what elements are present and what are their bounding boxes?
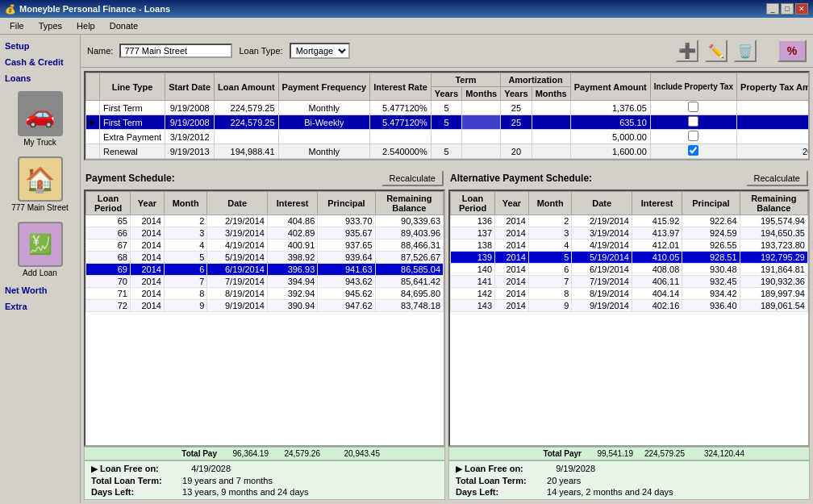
include-tax-checkbox[interactable] bbox=[688, 116, 698, 127]
table-row[interactable]: 70 2014 7 7/19/2014 394.94 943.62 85,641… bbox=[86, 276, 444, 288]
menu-donate[interactable]: Donate bbox=[103, 19, 144, 32]
table-row[interactable]: 71 2014 8 8/19/2014 392.94 945.62 84,695… bbox=[86, 288, 444, 300]
loan-type-select[interactable]: Mortgage Auto Personal bbox=[290, 43, 350, 59]
cell-balance: 86,585.04 bbox=[375, 264, 443, 276]
table-row[interactable]: 66 2014 3 3/19/2014 402.89 935.67 89,403… bbox=[86, 227, 444, 240]
cell-balance: 87,526.67 bbox=[375, 252, 443, 264]
payment-loan-free-row: ▶ Loan Free on: 4/19/2028 bbox=[88, 463, 441, 475]
menu-help[interactable]: Help bbox=[70, 19, 102, 32]
cell-loan-amount: 194,988.41 bbox=[215, 144, 278, 159]
payment-days-left-label: Days Left: bbox=[91, 487, 180, 497]
delete-button[interactable]: 🗑️ bbox=[734, 40, 757, 62]
as-col-principal: Principal bbox=[682, 192, 740, 215]
col-start-date: Start Date bbox=[165, 73, 215, 101]
recalculate-alt-button[interactable]: Recalculate bbox=[746, 170, 808, 186]
recalculate-payment-button[interactable]: Recalculate bbox=[381, 170, 444, 186]
window-title: Moneyble Personal Finance - Loans bbox=[19, 4, 170, 14]
minimize-button[interactable]: _ bbox=[766, 3, 779, 15]
payment-total-term-value: 19 years and 7 months bbox=[182, 476, 273, 485]
cell-year: 2014 bbox=[495, 300, 529, 312]
row-arrow bbox=[86, 144, 100, 159]
cell-period: 69 bbox=[86, 264, 131, 276]
table-row[interactable]: 68 2014 5 5/19/2014 398.92 939.64 87,526… bbox=[86, 252, 444, 264]
cell-month: 6 bbox=[164, 264, 206, 276]
cell-interest: 408.08 bbox=[632, 264, 682, 276]
table-row[interactable]: 143 2014 9 9/19/2014 402.16 936.40 189,0… bbox=[451, 300, 808, 312]
payment-schedule-table-container[interactable]: LoanPeriod Year Month Date Interest Prin… bbox=[84, 190, 445, 447]
cell-year: 2014 bbox=[131, 276, 165, 288]
table-row[interactable]: 138 2014 4 4/19/2014 412.01 926.55 193,7… bbox=[451, 240, 808, 252]
cell-month: 2 bbox=[528, 215, 571, 227]
table-row[interactable]: 139 2014 5 5/19/2014 410.05 928.51 192,7… bbox=[451, 252, 808, 264]
table-row[interactable]: 72 2014 9 9/19/2014 390.94 947.62 83,748… bbox=[86, 300, 444, 312]
sidebar-section-extra[interactable]: Extra bbox=[0, 298, 80, 314]
table-row[interactable]: 140 2014 6 6/19/2014 408.08 930.48 191,8… bbox=[451, 264, 808, 276]
name-input[interactable] bbox=[119, 44, 232, 58]
cell-principal: 937.65 bbox=[318, 240, 375, 252]
cell-interest: 415.92 bbox=[632, 215, 682, 227]
alt-loan-free-row: ▶ Loan Free on: 9/19/2028 bbox=[452, 463, 806, 475]
cell-month: 9 bbox=[528, 300, 571, 312]
main-layout: Setup Cash & Credit Loans 🚗 My Truck 🏠 7… bbox=[0, 35, 813, 503]
cell-include-tax[interactable] bbox=[650, 115, 736, 130]
add-loan-icon: 💹 bbox=[18, 222, 63, 267]
percent-button[interactable]: % bbox=[778, 40, 807, 62]
cell-start-date: 9/19/2013 bbox=[165, 144, 215, 159]
cell-term-years: 5 bbox=[431, 144, 461, 159]
table-row[interactable]: 65 2014 2 2/19/2014 404.86 933.70 90,339… bbox=[86, 215, 444, 227]
table-row[interactable]: 137 2014 3 3/19/2014 413.97 924.59 194,6… bbox=[451, 227, 808, 240]
sidebar-item-house[interactable]: 🏠 777 Main Street bbox=[2, 153, 78, 215]
cell-date: 7/19/2014 bbox=[572, 276, 632, 288]
include-tax-checkbox[interactable] bbox=[688, 102, 698, 112]
edit-button[interactable]: ✏️ bbox=[705, 40, 728, 62]
cell-year: 2014 bbox=[131, 288, 165, 300]
sidebar-section-loans[interactable]: Loans bbox=[0, 70, 80, 86]
payment-totals: Total Pay 96,364.19 24,579.26 20,943.45 bbox=[84, 447, 445, 460]
add-button[interactable]: ➕ bbox=[676, 40, 698, 62]
cell-balance: 192,795.29 bbox=[740, 252, 807, 264]
table-row[interactable]: 69 2014 6 6/19/2014 396.93 941.63 86,585… bbox=[86, 264, 444, 276]
alt-schedule-table-container[interactable]: LoanPeriod Year Month Date Interest Prin… bbox=[448, 190, 810, 447]
cell-include-tax[interactable] bbox=[650, 130, 736, 144]
include-tax-checkbox[interactable] bbox=[688, 131, 698, 141]
cell-term-years bbox=[431, 130, 461, 144]
col-amort-header: Amortization bbox=[501, 73, 570, 87]
sidebar-item-truck[interactable]: 🚗 My Truck bbox=[2, 88, 78, 150]
payment-summary: ▶ Loan Free on: 4/19/2028 Total Loan Ter… bbox=[84, 460, 445, 500]
menu-types[interactable]: Types bbox=[32, 19, 69, 32]
cell-balance: 189,997.94 bbox=[740, 288, 807, 300]
ps-col-month: Month bbox=[164, 192, 206, 215]
cell-line-type: Renewal bbox=[100, 144, 165, 159]
table-row[interactable]: 142 2014 8 8/19/2014 404.14 934.42 189,9… bbox=[451, 288, 808, 300]
include-tax-checkbox[interactable] bbox=[688, 145, 698, 156]
name-label: Name: bbox=[87, 46, 113, 56]
sidebar-section-networth[interactable]: Net Worth bbox=[0, 282, 80, 298]
maximize-button[interactable]: □ bbox=[781, 3, 794, 15]
row-arrow bbox=[86, 130, 100, 144]
cell-year: 2014 bbox=[495, 276, 529, 288]
cell-interest-rate: 2.540000% bbox=[370, 144, 432, 159]
cell-month: 8 bbox=[164, 288, 206, 300]
cell-period: 138 bbox=[451, 240, 495, 252]
sidebar-item-add-loan[interactable]: 💹 Add Loan bbox=[2, 219, 78, 281]
cell-include-tax[interactable] bbox=[650, 144, 736, 159]
sidebar-section-setup[interactable]: Setup bbox=[0, 38, 80, 54]
cell-interest: 394.94 bbox=[267, 276, 317, 288]
cell-balance: 90,339.63 bbox=[375, 215, 443, 227]
table-row[interactable]: 67 2014 4 4/19/2014 400.91 937.65 88,466… bbox=[86, 240, 444, 252]
table-row[interactable]: 136 2014 2 2/19/2014 415.92 922.64 195,5… bbox=[451, 215, 808, 227]
cell-amort-months bbox=[532, 144, 570, 159]
close-button[interactable]: ✕ bbox=[795, 3, 808, 15]
table-row[interactable]: 141 2014 7 7/19/2014 406.11 932.45 190,9… bbox=[451, 276, 808, 288]
cell-include-tax[interactable] bbox=[650, 101, 736, 115]
cell-year: 2014 bbox=[131, 252, 165, 264]
cell-year: 2014 bbox=[495, 264, 529, 276]
cell-balance: 85,641.42 bbox=[375, 276, 443, 288]
sidebar-section-cash[interactable]: Cash & Credit bbox=[0, 54, 80, 70]
menu-file[interactable]: File bbox=[3, 19, 31, 32]
cell-payment-amount: 635.10 bbox=[570, 115, 650, 130]
col-line-type: Line Type bbox=[100, 73, 165, 101]
col-term-months: Months bbox=[462, 87, 501, 101]
alt-total-term-row: Total Loan Term: 20 years bbox=[452, 475, 806, 486]
cell-month: 4 bbox=[528, 240, 571, 252]
